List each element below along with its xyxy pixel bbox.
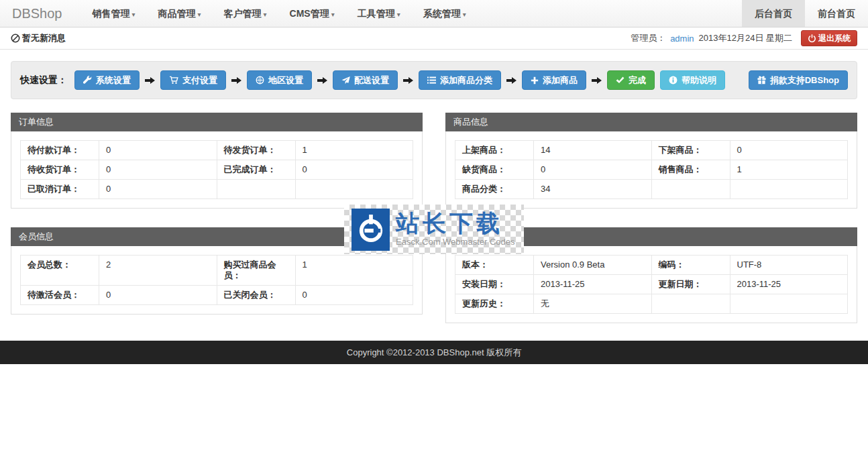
notice-text: 暂无新消息 <box>22 32 66 44</box>
quick-settings-label: 快速设置： <box>20 74 67 87</box>
info-label: 上架商品： <box>455 141 534 160</box>
info-icon <box>669 76 677 84</box>
info-value: UTF-8 <box>730 255 848 275</box>
admin-name-link[interactable]: admin <box>670 34 694 44</box>
arrow-right-icon <box>231 76 241 84</box>
system-table: 版本： Version 0.9 Beta 编码： UTF-8 安装日期： 201… <box>455 255 848 314</box>
info-label <box>651 180 730 199</box>
table-row: 会员总数： 2 购买过商品会员： 1 <box>21 255 413 286</box>
info-value <box>295 180 413 199</box>
orders-panel: 订单信息 待付款订单： 0 待发货订单： 1 待收货订单： 0 已完成订单： 0… <box>11 113 423 209</box>
info-value: 0 <box>99 160 217 180</box>
info-label: 已关闭会员： <box>217 286 295 305</box>
notice: 暂无新消息 <box>11 32 66 44</box>
info-value: 0 <box>730 141 848 160</box>
menu-products[interactable]: 商品管理▾ <box>147 0 213 27</box>
info-value: 0 <box>99 286 217 305</box>
watermark-subtitle: Easck.Com Webmaster Codes <box>396 237 515 247</box>
info-label: 已取消订单： <box>21 180 99 199</box>
arrow-right-icon <box>403 76 413 84</box>
power-icon <box>808 34 816 43</box>
menu-system[interactable]: 系统管理▾ <box>412 0 478 27</box>
info-value <box>730 294 848 314</box>
cart-icon <box>169 76 178 84</box>
info-label: 更新日期： <box>651 275 730 294</box>
quick-settings-bar: 快速设置： 系统设置 支付设置 地区设置 配送设置 添加商品分类 添加商品 完成… <box>11 61 857 99</box>
menu-tools[interactable]: 工具管理▾ <box>346 0 412 27</box>
info-label: 已完成订单： <box>217 160 295 180</box>
info-value: 1 <box>295 141 413 160</box>
info-value: 0 <box>295 286 413 305</box>
brand-logo[interactable]: DBShop <box>0 0 81 27</box>
admin-info: 管理员： admin 2013年12月24日 星期二 退出系统 <box>631 30 857 46</box>
arrow-right-icon <box>317 76 327 84</box>
info-value: 2013-11-25 <box>730 275 848 294</box>
table-row: 待收货订单： 0 已完成订单： 0 <box>21 160 413 180</box>
tab-frontend-home[interactable]: 前台首页 <box>805 0 868 27</box>
add-product-button[interactable]: 添加商品 <box>522 70 586 90</box>
menu-customers[interactable]: 客户管理▾ <box>213 0 278 27</box>
table-row: 商品分类： 34 <box>455 180 848 199</box>
info-label: 商品分类： <box>455 180 534 199</box>
table-row: 版本： Version 0.9 Beta 编码： UTF-8 <box>455 255 848 275</box>
info-value: 0 <box>295 160 413 180</box>
system-settings-button[interactable]: 系统设置 <box>74 70 140 90</box>
chevron-down-icon: ▾ <box>331 11 335 18</box>
help-button[interactable]: 帮助说明 <box>660 70 725 90</box>
payment-settings-button[interactable]: 支付设置 <box>160 70 226 90</box>
footer-copyright: Copyright ©2012-2013 DBShop.net 版权所有 <box>0 341 868 364</box>
finish-button[interactable]: 完成 <box>607 70 655 90</box>
table-row: 已取消订单： 0 <box>21 180 413 199</box>
table-row: 更新历史： 无 <box>455 294 848 314</box>
info-label: 销售商品： <box>651 160 730 180</box>
orders-panel-title: 订单信息 <box>11 113 423 131</box>
chevron-down-icon: ▾ <box>463 11 466 18</box>
check-icon <box>616 76 625 84</box>
top-navbar: DBShop 销售管理▾ 商品管理▾ 客户管理▾ CMS管理▾ 工具管理▾ 系统… <box>0 0 868 27</box>
region-settings-button[interactable]: 地区设置 <box>247 70 312 90</box>
info-label: 购买过商品会员： <box>217 255 295 286</box>
table-row: 待付款订单： 0 待发货订单： 1 <box>21 141 413 160</box>
members-table: 会员总数： 2 购买过商品会员： 1 待激活会员： 0 已关闭会员： 0 <box>20 255 413 305</box>
wrench-icon <box>83 76 92 84</box>
table-row: 上架商品： 14 下架商品： 0 <box>455 141 848 160</box>
menu-sales[interactable]: 销售管理▾ <box>81 0 147 27</box>
donate-button[interactable]: 捐款支持DBShop <box>749 70 848 90</box>
navbar-right: 后台首页 前台首页 <box>742 0 868 27</box>
info-value: 2013-11-25 <box>534 275 652 294</box>
info-value <box>730 180 848 199</box>
admin-label: 管理员： <box>631 32 665 44</box>
chevron-down-icon: ▾ <box>132 11 135 18</box>
info-label: 待收货订单： <box>21 160 99 180</box>
message-bar: 暂无新消息 管理员： admin 2013年12月24日 星期二 退出系统 <box>0 27 868 50</box>
shipping-settings-button[interactable]: 配送设置 <box>333 70 398 90</box>
info-label: 安装日期： <box>455 275 534 294</box>
info-value: 34 <box>534 180 652 199</box>
info-label: 待付款订单： <box>21 141 99 160</box>
chevron-down-icon: ▾ <box>198 11 201 18</box>
orders-table: 待付款订单： 0 待发货订单： 1 待收货订单： 0 已完成订单： 0 已取消订… <box>20 140 413 199</box>
watermark-title: 站长下载 <box>396 212 515 237</box>
easck-logo-icon <box>351 209 390 251</box>
products-panel-title: 商品信息 <box>445 113 857 131</box>
info-value: 无 <box>534 294 652 314</box>
info-label: 待激活会员： <box>21 286 99 305</box>
logout-button[interactable]: 退出系统 <box>801 30 857 46</box>
info-label <box>217 180 295 199</box>
info-value: 1 <box>295 255 413 286</box>
add-category-button[interactable]: 添加商品分类 <box>419 70 501 90</box>
products-table: 上架商品： 14 下架商品： 0 缺货商品： 0 销售商品： 1 商品分类： 3… <box>455 140 848 199</box>
plane-icon <box>341 76 350 84</box>
info-label: 更新历史： <box>455 294 534 314</box>
arrow-right-icon <box>145 76 155 84</box>
chevron-down-icon: ▾ <box>264 11 267 18</box>
info-value: Version 0.9 Beta <box>534 255 652 275</box>
info-label: 版本： <box>455 255 534 275</box>
menu-cms[interactable]: CMS管理▾ <box>278 0 346 27</box>
info-label: 待发货订单： <box>217 141 295 160</box>
info-label: 缺货商品： <box>455 160 534 180</box>
tab-backend-home[interactable]: 后台首页 <box>742 0 805 27</box>
info-label: 编码： <box>651 255 730 275</box>
current-date: 2013年12月24日 星期二 <box>699 32 792 44</box>
table-row: 安装日期： 2013-11-25 更新日期： 2013-11-25 <box>455 275 848 294</box>
